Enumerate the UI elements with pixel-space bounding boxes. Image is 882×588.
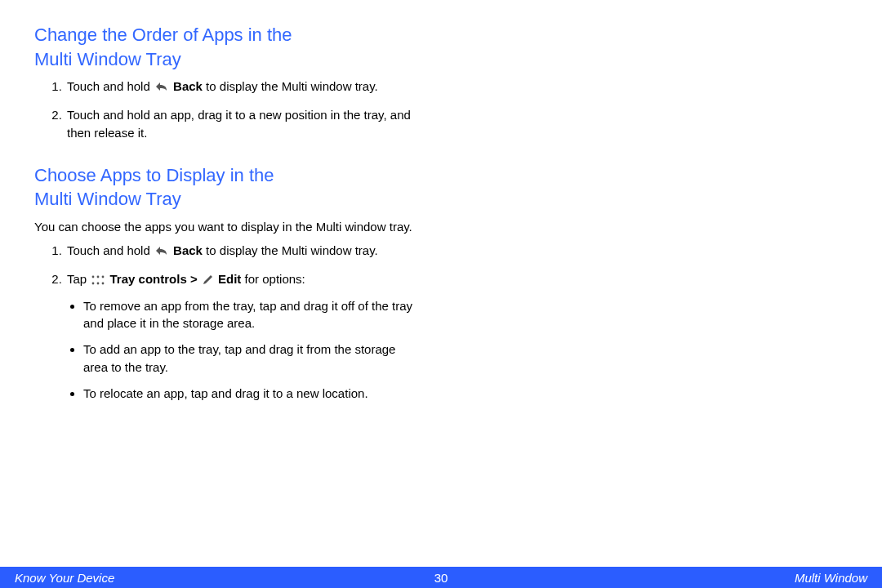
svg-point-0 (92, 275, 95, 278)
edit-icon (202, 273, 214, 291)
back-icon (154, 244, 169, 262)
tray-controls-icon (91, 273, 105, 291)
footer-left: Know Your Device (15, 571, 114, 585)
heading-line1: Change the Order of Apps in the (34, 24, 292, 45)
step-bold: Edit (218, 272, 241, 286)
svg-point-2 (102, 275, 105, 278)
svg-point-5 (102, 282, 105, 284)
section2-heading: Choose Apps to Display in the Multi Wind… (34, 163, 423, 212)
list-item: To remove an app from the tray, tap and … (83, 297, 423, 333)
options-bullets: To remove an app from the tray, tap and … (67, 297, 423, 403)
svg-point-3 (92, 282, 95, 284)
list-item: Touch and hold Back to display the Multi… (65, 78, 423, 98)
step-text: Touch and hold (67, 79, 154, 93)
footer-right: Multi Window (795, 571, 867, 585)
back-icon (154, 80, 169, 98)
step-bold: Back (173, 79, 203, 93)
bullet-text: To relocate an app, tap and drag it to a… (83, 386, 368, 400)
step-text: for options: (241, 272, 305, 286)
section2-intro: You can choose the apps you want to disp… (34, 218, 423, 235)
heading-line2: Multi Window Tray (34, 189, 181, 209)
list-item: To relocate an app, tap and drag it to a… (83, 385, 423, 403)
step-text: to display the Multi window tray. (203, 243, 378, 257)
bullet-text: To remove an app from the tray, tap and … (83, 299, 412, 331)
section1-steps: Touch and hold Back to display the Multi… (34, 78, 423, 141)
svg-point-1 (97, 275, 100, 278)
step-text: to display the Multi window tray. (203, 79, 378, 93)
step-bold: Tray controls (110, 272, 187, 286)
footer-page-number: 30 (434, 571, 448, 585)
page-content: Change the Order of Apps in the Multi Wi… (0, 0, 457, 402)
list-item: Touch and hold an app, drag it to a new … (65, 106, 423, 142)
step-sep: > (187, 272, 201, 286)
section1-heading: Change the Order of Apps in the Multi Wi… (34, 23, 423, 71)
footer-bar: Know Your Device 30 Multi Window (0, 567, 882, 588)
svg-point-4 (97, 282, 100, 284)
step-text: Tap (67, 272, 90, 286)
bullet-text: To add an app to the tray, tap and drag … (83, 342, 395, 374)
step-bold: Back (173, 243, 203, 257)
heading-line1: Choose Apps to Display in the (34, 165, 274, 185)
list-item: Touch and hold Back to display the Multi… (65, 242, 423, 262)
list-item: Tap Tray controls > Edit for options: To… (65, 270, 423, 403)
section2-steps: Touch and hold Back to display the Multi… (34, 242, 423, 402)
step-text: Touch and hold an app, drag it to a new … (67, 108, 411, 140)
heading-line2: Multi Window Tray (34, 49, 181, 69)
list-item: To add an app to the tray, tap and drag … (83, 341, 423, 376)
step-text: Touch and hold (67, 243, 154, 257)
